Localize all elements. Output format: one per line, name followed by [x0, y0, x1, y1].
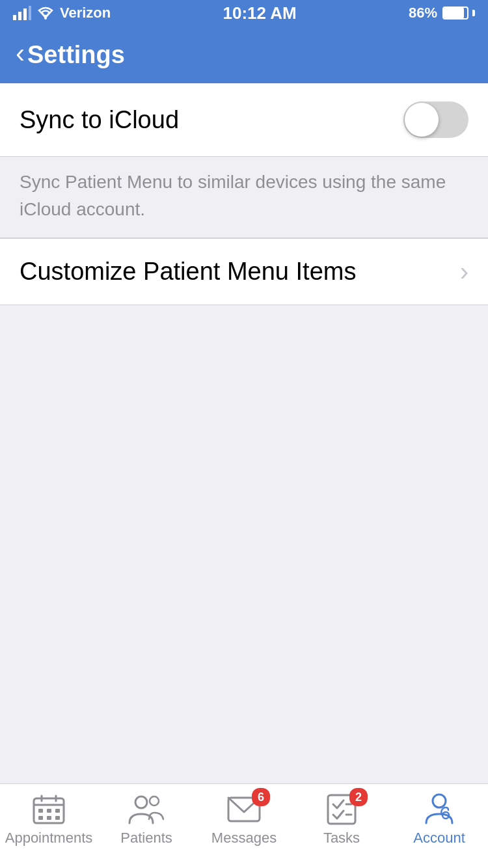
svg-point-21: [433, 794, 446, 807]
svg-rect-2: [23, 8, 27, 20]
battery-percent: 86%: [409, 5, 437, 21]
customize-label: Customize Patient Menu Items: [20, 258, 356, 286]
tab-account[interactable]: Account: [390, 793, 488, 847]
svg-rect-0: [13, 15, 16, 20]
patients-label: Patients: [120, 830, 172, 847]
content-area: Sync to iCloud Sync Patient Menu to simi…: [0, 83, 488, 783]
tasks-label: Tasks: [323, 830, 360, 847]
status-right: 86%: [409, 5, 475, 21]
toggle-knob: [405, 103, 439, 137]
sync-description-row: Sync Patient Menu to similar devices usi…: [0, 157, 488, 238]
status-time: 10:12 AM: [223, 3, 297, 23]
tab-patients[interactable]: Patients: [98, 793, 195, 847]
svg-point-16: [150, 796, 159, 806]
status-bar: Verizon 10:12 AM 86%: [0, 0, 488, 26]
nav-bar: ‹ Settings: [0, 26, 488, 83]
nav-title: Settings: [27, 41, 125, 69]
svg-rect-9: [38, 809, 43, 813]
tab-bar: Appointments Patients 6 Messages: [0, 783, 488, 868]
tab-appointments[interactable]: Appointments: [0, 793, 98, 847]
signal-icon: [13, 6, 31, 20]
appointments-label: Appointments: [5, 830, 93, 847]
appointments-icon: [31, 793, 67, 826]
back-button[interactable]: ‹ Settings: [16, 41, 125, 69]
back-chevron-icon: ‹: [16, 40, 25, 67]
svg-rect-12: [38, 816, 43, 820]
customize-row[interactable]: Customize Patient Menu Items ›: [0, 238, 488, 305]
tab-messages[interactable]: 6 Messages: [195, 793, 293, 847]
empty-space: [0, 305, 488, 783]
svg-rect-1: [18, 12, 21, 20]
svg-rect-11: [55, 809, 60, 813]
svg-point-15: [135, 796, 147, 808]
battery-icon: [442, 7, 475, 20]
tab-tasks[interactable]: 2 Tasks: [293, 793, 390, 847]
sync-section: Sync to iCloud: [0, 83, 488, 157]
tasks-badge: 2: [349, 788, 368, 806]
account-icon: [421, 793, 457, 826]
messages-label: Messages: [211, 830, 277, 847]
chevron-right-icon: ›: [460, 257, 468, 286]
account-label: Account: [413, 830, 465, 847]
wifi-icon: [36, 6, 55, 20]
svg-point-4: [44, 17, 47, 20]
sync-toggle[interactable]: [403, 102, 468, 138]
svg-rect-14: [55, 816, 60, 820]
status-left: Verizon: [13, 5, 111, 21]
svg-rect-13: [47, 816, 51, 820]
sync-row: Sync to iCloud: [0, 83, 488, 157]
svg-rect-3: [29, 6, 31, 20]
patients-icon: [128, 793, 165, 826]
sync-label: Sync to iCloud: [20, 106, 179, 134]
sync-description: Sync Patient Menu to similar devices usi…: [20, 172, 446, 219]
svg-rect-10: [47, 809, 51, 813]
messages-badge: 6: [252, 788, 270, 806]
carrier-label: Verizon: [60, 5, 111, 21]
